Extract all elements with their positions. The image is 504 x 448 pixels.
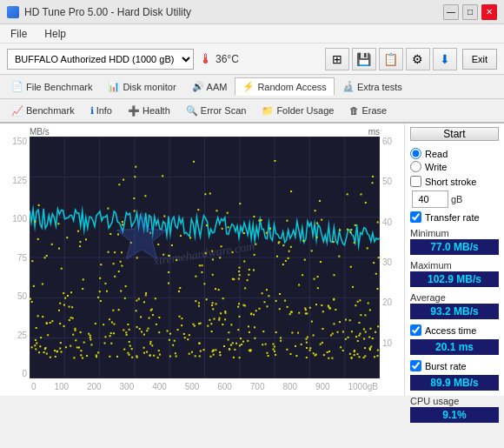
toolbar-icon-1[interactable]: ⊞ [325, 48, 349, 70]
minimum-value: 77.0 MB/s [410, 239, 499, 255]
tab-error-scan[interactable]: 🔍 Error Scan [178, 102, 255, 120]
chart-canvas-wrap [30, 137, 380, 378]
x-tick-0: 0 [31, 382, 36, 391]
transfer-rate-checkbox[interactable] [410, 211, 421, 223]
disk-monitor-icon: 📊 [108, 81, 120, 92]
chart-canvas-container: 0 100 200 300 400 500 600 700 800 900 10… [30, 137, 380, 394]
y-label-right: ms [368, 127, 380, 137]
y-label-left: MB/s [30, 127, 50, 137]
toolbar-icons: ⊞ 💾 📋 ⚙ ⬇ [325, 48, 457, 70]
x-tick-1000: 1000gB [348, 382, 378, 391]
ms-tick-10: 10 [382, 338, 392, 348]
tab-info[interactable]: ℹ Info [83, 102, 120, 120]
short-stroke-unit: gB [451, 194, 462, 204]
transfer-rate-label: Transfer rate [425, 212, 480, 223]
y-axis-left: 150 125 100 75 50 25 0 [3, 137, 30, 394]
x-tick-700: 700 [250, 382, 265, 391]
start-button[interactable]: Start [410, 127, 499, 141]
tab-aam[interactable]: 🔊 AAM [184, 77, 235, 96]
read-label: Read [425, 149, 448, 159]
access-time-label: Access time [425, 325, 476, 336]
health-icon: ➕ [128, 105, 140, 117]
tab-erase[interactable]: 🗑 Erase [342, 102, 395, 119]
short-stroke-checkbox[interactable] [410, 176, 421, 187]
minimum-label: Minimum [410, 228, 499, 238]
menu-bar: File Help [0, 24, 504, 43]
tab-file-benchmark[interactable]: 📄 File Benchmark [3, 77, 100, 96]
aam-icon: 🔊 [192, 81, 204, 92]
tab-random-access[interactable]: ⚡ Random Access [235, 77, 334, 96]
tab-extra-tests[interactable]: 🔬 Extra tests [335, 77, 410, 96]
average-label: Average [410, 292, 499, 303]
read-radio-label[interactable]: Read [410, 148, 499, 159]
write-radio[interactable] [410, 161, 421, 172]
random-access-icon: ⚡ [242, 81, 255, 92]
minimize-button[interactable]: — [443, 4, 459, 20]
burst-rate-checkbox-label[interactable]: Burst rate [410, 360, 499, 371]
drive-select[interactable]: BUFFALO Authorized HDD (1000 gB) [7, 49, 194, 70]
x-tick-900: 900 [315, 382, 330, 391]
maximize-button[interactable]: □ [462, 4, 478, 20]
access-time-checkbox[interactable] [410, 324, 421, 336]
ms-tick-40: 40 [382, 217, 392, 227]
short-stroke-input[interactable] [412, 191, 448, 208]
ms-tick-60: 60 [382, 137, 392, 146]
average-value: 93.2 MB/s [410, 304, 499, 319]
tabs-row2: 📈 Benchmark ℹ Info ➕ Health 🔍 Error Scan… [0, 99, 504, 124]
toolbar-icon-2[interactable]: 💾 [352, 48, 376, 70]
cpu-usage-value: 9.1% [410, 407, 499, 423]
x-axis: 0 100 200 300 400 500 600 700 800 900 10… [30, 378, 380, 394]
temperature-display: 🌡 36°C [199, 51, 239, 67]
access-time-value: 20.1 ms [410, 339, 499, 355]
thermometer-icon: 🌡 [199, 51, 213, 67]
tab-benchmark[interactable]: 📈 Benchmark [3, 102, 83, 120]
short-stroke-checkbox-label[interactable]: Short stroke [410, 176, 499, 187]
close-button[interactable]: ✕ [481, 4, 497, 20]
read-radio[interactable] [410, 148, 421, 159]
x-tick-500: 500 [185, 382, 200, 391]
short-stroke-row: gB [412, 191, 499, 208]
benchmark-icon: 📈 [11, 105, 23, 117]
y-tick-75: 75 [17, 253, 27, 263]
read-write-group: Read Write [410, 148, 499, 172]
tab-health[interactable]: ➕ Health [120, 102, 178, 120]
x-tick-800: 800 [282, 382, 297, 391]
tab-folder-usage[interactable]: 📁 Folder Usage [254, 102, 342, 120]
short-stroke-label: Short stroke [425, 177, 476, 187]
chart-canvas [30, 137, 380, 378]
info-icon: ℹ [90, 105, 94, 117]
y-tick-100: 100 [12, 214, 27, 224]
maximum-section: Maximum 102.9 MB/s [410, 260, 499, 287]
access-time-checkbox-label[interactable]: Access time [410, 324, 499, 336]
tab-disk-monitor[interactable]: 📊 Disk monitor [100, 77, 183, 96]
toolbar-icon-3[interactable]: 📋 [379, 48, 403, 70]
tabs-row1: 📄 File Benchmark 📊 Disk monitor 🔊 AAM ⚡ … [0, 75, 504, 99]
x-tick-200: 200 [87, 382, 102, 391]
burst-rate-checkbox[interactable] [410, 360, 421, 371]
y-axis-right: 60 50 40 30 20 10 [380, 137, 404, 394]
y-tick-125: 125 [12, 176, 27, 185]
title-bar: HD Tune Pro 5.00 - Hard Disk Utility — □… [0, 0, 504, 24]
chart-axis-labels-top: MB/s ms [3, 127, 404, 137]
erase-icon: 🗑 [349, 105, 359, 116]
window-title: HD Tune Pro 5.00 - Hard Disk Utility [24, 6, 191, 18]
chart-with-axes: 150 125 100 75 50 25 0 0 100 200 300 [3, 137, 404, 394]
y-tick-150: 150 [12, 137, 27, 146]
file-benchmark-icon: 📄 [11, 81, 23, 92]
right-panel: Start Read Write Short stroke gB Transfe… [404, 124, 504, 396]
window-controls[interactable]: — □ ✕ [443, 4, 497, 20]
write-radio-label[interactable]: Write [410, 161, 499, 172]
toolbar-icon-4[interactable]: ⚙ [406, 48, 430, 70]
folder-usage-icon: 📁 [262, 105, 274, 117]
transfer-rate-checkbox-label[interactable]: Transfer rate [410, 211, 499, 223]
burst-rate-label: Burst rate [425, 361, 467, 371]
x-tick-400: 400 [152, 382, 167, 391]
chart-section: MB/s ms 150 125 100 75 50 25 0 [0, 124, 404, 396]
maximum-label: Maximum [410, 260, 499, 271]
temperature-value: 36°C [216, 53, 239, 65]
menu-file[interactable]: File [5, 26, 32, 42]
toolbar-icon-5[interactable]: ⬇ [433, 48, 457, 70]
exit-button[interactable]: Exit [462, 49, 497, 70]
menu-help[interactable]: Help [39, 26, 71, 42]
cpu-usage-label: CPU usage [410, 396, 499, 406]
